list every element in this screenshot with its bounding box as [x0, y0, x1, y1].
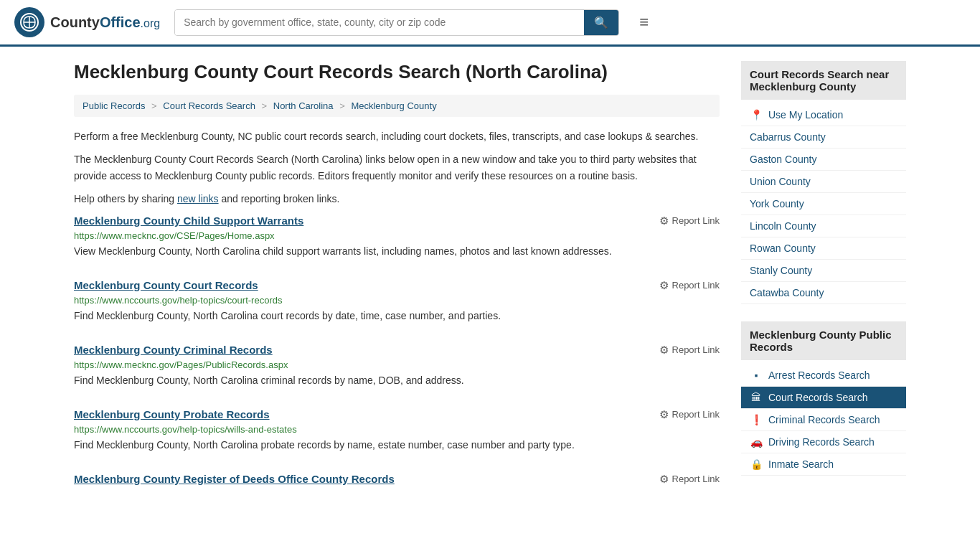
report-icon: ⚙: [659, 473, 669, 486]
sidebar: Court Records Search near Mecklenburg Co…: [741, 61, 906, 509]
sidebar-item-icon: ❗: [750, 414, 763, 425]
record-title-row: Mecklenburg County Criminal Records ⚙ Re…: [74, 344, 720, 357]
report-link[interactable]: ⚙ Report Link: [659, 408, 720, 421]
public-records-link[interactable]: ❗Criminal Records Search: [741, 409, 906, 431]
nearby-county-link[interactable]: Catawba County: [741, 282, 906, 304]
report-link[interactable]: ⚙ Report Link: [659, 215, 720, 227]
main-container: Mecklenburg County Court Records Search …: [60, 47, 920, 523]
description-1: Perform a free Mecklenburg County, NC pu…: [74, 128, 720, 144]
nearby-county-link[interactable]: Cabarrus County: [741, 126, 906, 149]
location-icon: 📍: [750, 109, 763, 121]
record-title-link[interactable]: Mecklenburg County Register of Deeds Off…: [74, 473, 395, 485]
nearby-county-link[interactable]: Gaston County: [741, 149, 906, 171]
nearby-county-link[interactable]: Lincoln County: [741, 215, 906, 237]
record-entry: Mecklenburg County Child Support Warrant…: [74, 215, 720, 262]
report-link[interactable]: ⚙ Report Link: [659, 473, 720, 486]
search-bar: 🔍: [174, 9, 619, 36]
breadcrumb-mecklenburg-county[interactable]: Mecklenburg County: [351, 100, 436, 111]
report-link[interactable]: ⚙ Report Link: [659, 279, 720, 292]
record-title-link[interactable]: Mecklenburg County Criminal Records: [74, 344, 273, 356]
record-description: Find Mecklenburg County, North Carolina …: [74, 373, 720, 388]
logo-icon: [14, 7, 44, 37]
logo-text: CountyOffice.org: [50, 14, 160, 31]
nearby-links-list: 📍Use My LocationCabarrus CountyGaston Co…: [741, 104, 906, 304]
records-list: Mecklenburg County Child Support Warrant…: [74, 215, 720, 491]
nearby-header: Court Records Search near Mecklenburg Co…: [741, 61, 906, 100]
main-content: Mecklenburg County Court Records Search …: [74, 61, 720, 509]
record-url: https://www.nccourts.gov/help-topics/cou…: [74, 295, 720, 306]
nearby-county-link[interactable]: Stanly County: [741, 260, 906, 282]
report-icon: ⚙: [659, 408, 669, 421]
public-records-header: Mecklenburg County Public Records: [741, 321, 906, 360]
record-description: Find Mecklenburg County, North Carolina …: [74, 309, 720, 324]
record-entry: Mecklenburg County Register of Deeds Off…: [74, 473, 720, 491]
sidebar-item-icon: 🏛: [750, 392, 763, 403]
record-url: https://www.mecknc.gov/Pages/PublicRecor…: [74, 359, 720, 370]
site-logo[interactable]: CountyOffice.org: [14, 7, 160, 37]
public-records-link[interactable]: 🚗Driving Records Search: [741, 431, 906, 453]
public-records-link[interactable]: 🏛Court Records Search: [741, 387, 906, 409]
record-title-link[interactable]: Mecklenburg County Child Support Warrant…: [74, 215, 303, 227]
report-icon: ⚙: [659, 215, 669, 227]
sidebar-item-icon: 🚗: [750, 436, 763, 448]
nearby-section: Court Records Search near Mecklenburg Co…: [741, 61, 906, 304]
breadcrumb-sep-2: >: [262, 100, 270, 111]
report-link[interactable]: ⚙ Report Link: [659, 344, 720, 357]
sidebar-item-icon: ▪: [750, 369, 763, 381]
record-url: https://www.mecknc.gov/CSE/Pages/Home.as…: [74, 230, 720, 241]
public-records-link[interactable]: ▪Arrest Records Search: [741, 364, 906, 387]
record-title-link[interactable]: Mecklenburg County Court Records: [74, 279, 258, 291]
public-records-link[interactable]: 🔒Inmate Search: [741, 453, 906, 476]
record-url: https://www.nccourts.gov/help-topics/wil…: [74, 424, 720, 435]
search-button[interactable]: 🔍: [584, 10, 618, 35]
record-title-row: Mecklenburg County Register of Deeds Off…: [74, 473, 720, 486]
record-title-row: Mecklenburg County Court Records ⚙ Repor…: [74, 279, 720, 292]
breadcrumb-public-records[interactable]: Public Records: [83, 100, 145, 111]
description-3: Help others by sharing new links and rep…: [74, 191, 720, 207]
breadcrumb-sep-1: >: [151, 100, 159, 111]
use-my-location-link[interactable]: 📍Use My Location: [741, 104, 906, 126]
desc3-pre: Help others by sharing: [74, 193, 177, 204]
desc3-post: and reporting broken links.: [219, 193, 340, 204]
report-icon: ⚙: [659, 344, 669, 357]
breadcrumb: Public Records > Court Records Search > …: [74, 95, 720, 117]
breadcrumb-north-carolina[interactable]: North Carolina: [273, 100, 334, 111]
record-title-row: Mecklenburg County Child Support Warrant…: [74, 215, 720, 227]
record-entry: Mecklenburg County Criminal Records ⚙ Re…: [74, 344, 720, 391]
nearby-county-link[interactable]: Union County: [741, 171, 906, 193]
sidebar-item-icon: 🔒: [750, 458, 763, 470]
nearby-county-link[interactable]: York County: [741, 193, 906, 215]
record-title-row: Mecklenburg County Probate Records ⚙ Rep…: [74, 408, 720, 421]
page-title: Mecklenburg County Court Records Search …: [74, 61, 720, 83]
record-description: Find Mecklenburg County, North Carolina …: [74, 438, 720, 453]
record-description: View Mecklenburg County, North Carolina …: [74, 244, 720, 259]
breadcrumb-sep-3: >: [339, 100, 347, 111]
report-icon: ⚙: [659, 279, 669, 292]
site-header: CountyOffice.org 🔍 ≡: [0, 0, 980, 47]
new-links-link[interactable]: new links: [177, 193, 219, 204]
search-input[interactable]: [175, 10, 584, 35]
public-records-links-list: ▪Arrest Records Search🏛Court Records Sea…: [741, 364, 906, 476]
menu-icon[interactable]: ≡: [639, 13, 649, 32]
nearby-county-link[interactable]: Rowan County: [741, 237, 906, 260]
record-entry: Mecklenburg County Court Records ⚙ Repor…: [74, 279, 720, 326]
record-entry: Mecklenburg County Probate Records ⚙ Rep…: [74, 408, 720, 456]
public-records-section: Mecklenburg County Public Records ▪Arres…: [741, 321, 906, 476]
record-title-link[interactable]: Mecklenburg County Probate Records: [74, 408, 270, 420]
breadcrumb-court-records-search[interactable]: Court Records Search: [163, 100, 255, 111]
description-2: The Mecklenburg County Court Records Sea…: [74, 151, 720, 184]
